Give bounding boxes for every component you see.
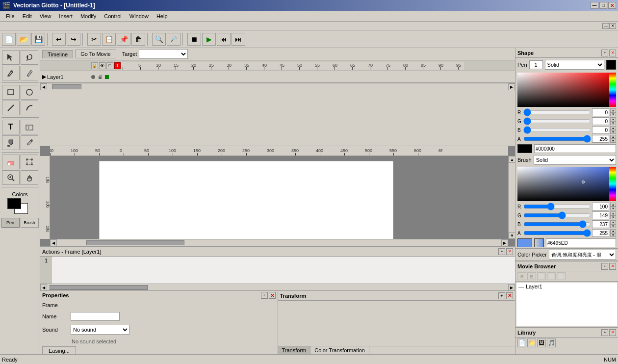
scroll-right-btn[interactable]: ▶ [508, 83, 515, 90]
layer-lock-dot[interactable] [97, 74, 103, 80]
scroll-down-btn[interactable]: ▼ [509, 232, 515, 239]
actions-expand-icon[interactable]: + [498, 248, 505, 255]
easing-button[interactable]: Easing... [42, 346, 76, 354]
menu-edit[interactable]: Edit [19, 12, 36, 20]
actions-scroll-right[interactable]: ▶ [508, 284, 515, 291]
brush-g-input[interactable]: 149 [592, 211, 609, 219]
pen-mode-button[interactable]: Pen [1, 218, 20, 228]
menu-file[interactable]: File [2, 12, 19, 20]
lib-expand-btn[interactable]: + [601, 329, 608, 336]
scroll-thumb-h[interactable] [52, 84, 81, 89]
pen-a-slider[interactable] [523, 137, 591, 141]
actions-scroll-left[interactable]: ◀ [40, 284, 47, 291]
pen-b-input[interactable]: 0 [592, 126, 609, 134]
lib-folder-btn[interactable]: 📁 [527, 338, 536, 347]
brush-hex-input[interactable]: #6495ED [546, 238, 616, 247]
properties-close-btn[interactable]: ✕ [269, 292, 276, 299]
brush-hue-slider[interactable] [609, 167, 616, 201]
menu-insert[interactable]: Insert [55, 12, 77, 20]
bezier-tool[interactable] [21, 101, 38, 115]
actions-editor[interactable] [52, 257, 515, 284]
cp-select[interactable]: 色调,饱和度和亮度 - 混 [549, 250, 616, 260]
brush-r-input[interactable]: 100 [592, 203, 609, 210]
minimize-button[interactable]: — [591, 2, 598, 9]
layer-vis-dot[interactable] [90, 74, 96, 80]
sub-close-button[interactable]: ✕ [609, 23, 616, 29]
lasso-tool[interactable] [21, 50, 38, 65]
pen-tool[interactable] [2, 66, 20, 80]
zoom-out-button[interactable]: 🔎 [167, 33, 180, 46]
color-front[interactable] [7, 198, 21, 209]
timeline-tab[interactable]: Timeline [42, 50, 73, 58]
lib-image-btn[interactable]: 🖼 [537, 338, 546, 347]
text-tool[interactable]: T [2, 120, 20, 134]
actions-close-icon[interactable]: ✕ [506, 248, 513, 255]
pen-hex-input[interactable]: #000000 [534, 144, 616, 153]
pen-g-down[interactable]: ▼ [610, 121, 616, 125]
shape-expand-btn[interactable]: + [601, 50, 608, 56]
pencil-tool[interactable] [21, 66, 38, 80]
undo-button[interactable]: ↩ [52, 33, 66, 46]
save-button[interactable]: 💾 [31, 33, 45, 46]
cut-button[interactable]: ✂ [87, 33, 101, 46]
drawing-canvas[interactable] [99, 161, 393, 246]
canvas-scroll-right[interactable]: ▶ [501, 239, 508, 246]
scroll-up-btn[interactable]: ▲ [509, 156, 515, 163]
target-dropdown[interactable] [139, 49, 188, 59]
rewind-button[interactable]: ⏮ [217, 33, 231, 46]
bucket-tool[interactable] [2, 135, 20, 150]
rectangle-tool[interactable] [2, 85, 20, 100]
goto-movie-tab[interactable]: Go To Movie [75, 50, 116, 58]
brush-color-gradient[interactable] [517, 167, 616, 201]
pen-style-select[interactable]: Solid [545, 60, 604, 70]
canvas-hthumb[interactable] [86, 240, 184, 245]
transform-tab[interactable]: Transform [278, 346, 311, 354]
title-bar-right[interactable]: — □ ✕ [591, 2, 616, 9]
pen-g-up[interactable]: ▲ [610, 117, 616, 121]
close-button[interactable]: ✕ [608, 2, 616, 9]
brush-g-slider[interactable] [523, 213, 591, 217]
pen-g-slider[interactable] [523, 119, 591, 123]
pen-a-down[interactable]: ▼ [610, 139, 616, 143]
transform-tool[interactable] [21, 155, 38, 169]
menu-help[interactable]: Help [153, 12, 172, 20]
pen-width-input[interactable] [529, 60, 543, 69]
menu-view[interactable]: View [36, 12, 55, 20]
brush-b-up[interactable]: ▲ [610, 220, 616, 224]
arrow-tool[interactable] [2, 50, 20, 65]
pen-color-gradient[interactable] [517, 73, 616, 107]
pen-r-down[interactable]: ▼ [610, 112, 616, 116]
pen-hue-slider[interactable] [609, 73, 616, 107]
brush-a-input[interactable]: 255 [592, 229, 609, 237]
line-tool[interactable] [2, 101, 20, 115]
zoom-tool[interactable] [2, 170, 20, 185]
eraser-tool[interactable] [2, 155, 20, 169]
circle-tool[interactable] [21, 85, 38, 100]
pen-b-up[interactable]: ▲ [610, 126, 616, 130]
layer-frame-dot[interactable] [104, 74, 110, 80]
properties-expand-btn[interactable]: + [261, 292, 268, 299]
copy-button[interactable]: 📋 [102, 33, 116, 46]
pen-r-input[interactable]: 0 [592, 108, 609, 116]
menu-window[interactable]: Window [126, 12, 153, 20]
mb-expand-btn[interactable]: + [601, 263, 608, 270]
textbox-tool[interactable]: T [21, 120, 38, 134]
shape-close-btn[interactable]: ✕ [609, 50, 616, 56]
lib-close-btn[interactable]: ✕ [609, 329, 616, 336]
open-button[interactable]: 📂 [17, 33, 30, 46]
pen-color-swatch[interactable] [606, 60, 616, 70]
pen-b-slider[interactable] [523, 128, 591, 132]
transform-expand-btn[interactable]: + [498, 292, 505, 299]
pen-a-up[interactable]: ▲ [610, 135, 616, 139]
brush-r-slider[interactable] [523, 205, 591, 208]
brush-a-down[interactable]: ▼ [610, 233, 616, 237]
pen-r-slider[interactable] [523, 110, 591, 114]
new-button[interactable]: 📄 [2, 33, 16, 46]
brush-mode-button[interactable]: Brush [21, 218, 39, 228]
redo-button[interactable]: ↪ [67, 33, 80, 46]
brush-b-input[interactable]: 237 [592, 220, 609, 228]
lib-sound-btn[interactable]: 🎵 [547, 338, 556, 347]
brush-b-down[interactable]: ▼ [610, 224, 616, 228]
brush-g-down[interactable]: ▼ [610, 215, 616, 219]
lib-new-btn[interactable]: 📄 [517, 338, 526, 347]
